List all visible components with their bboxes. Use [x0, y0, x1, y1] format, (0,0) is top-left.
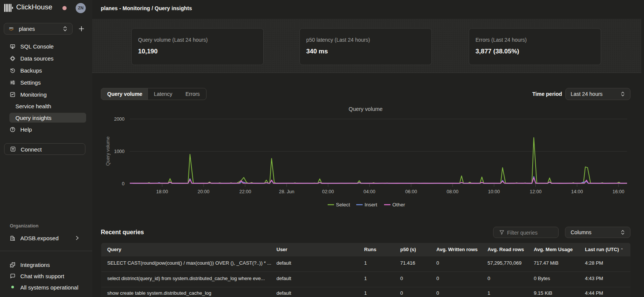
svg-text:Query volume: Query volume — [105, 136, 111, 166]
svg-text:04:00: 04:00 — [363, 189, 375, 194]
svg-text:14:00: 14:00 — [571, 189, 583, 194]
svg-text:08:00: 08:00 — [447, 189, 458, 194]
svg-text:1000: 1000 — [114, 149, 125, 154]
svg-text:22:00: 22:00 — [239, 189, 251, 194]
svg-text:02:00: 02:00 — [322, 189, 334, 194]
svg-text:06:00: 06:00 — [405, 189, 417, 194]
svg-text:28. Jun: 28. Jun — [279, 189, 294, 194]
svg-text:16:00: 16:00 — [612, 189, 624, 194]
svg-text:10:00: 10:00 — [488, 189, 500, 194]
svg-text:Insert: Insert — [365, 202, 377, 208]
svg-text:0: 0 — [122, 181, 125, 186]
svg-text:18:00: 18:00 — [156, 189, 168, 194]
svg-text:2000: 2000 — [114, 117, 125, 122]
svg-text:Other: Other — [392, 202, 405, 208]
svg-text:aws: aws — [9, 27, 14, 29]
svg-text:Select: Select — [336, 202, 350, 208]
svg-text:12:00: 12:00 — [530, 189, 541, 194]
svg-text:20:00: 20:00 — [197, 189, 209, 194]
